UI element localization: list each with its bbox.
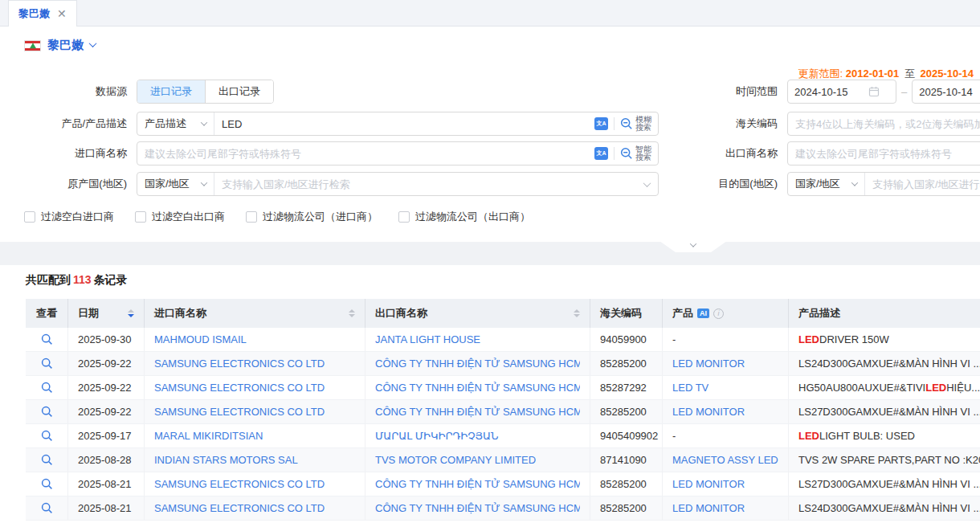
view-magnifier-icon[interactable] [41,333,53,345]
translate-icon[interactable]: 文A [594,117,608,130]
exporter-link[interactable]: ՄԱՐԱԼ ՄԻԿԻՐԴԻՉՅԱՆ [375,430,499,442]
view-magnifier-icon[interactable] [41,358,53,370]
importer-link[interactable]: SAMSUNG ELECTRONICS CO LTD [154,502,325,514]
origin-country-input[interactable] [214,173,644,195]
product-link[interactable]: LED TV [672,382,708,394]
checkbox[interactable] [246,211,257,223]
view-cell[interactable] [26,400,68,423]
view-magnifier-icon[interactable] [41,430,53,442]
translate-icon[interactable]: 文A [594,147,608,160]
chevron-down-icon[interactable] [643,179,651,187]
fuzzy-search-button[interactable]: 模糊搜索 [620,116,651,132]
product-link[interactable]: LED MONITOR [672,478,745,490]
view-cell[interactable] [26,328,68,351]
hs-code-input[interactable] [788,112,980,135]
view-cell[interactable] [26,496,68,520]
divider [614,147,615,160]
exporter-link[interactable]: JANTA LIGHT HOUSE [375,333,480,345]
view-cell[interactable] [26,472,68,496]
view-cell[interactable] [26,424,68,447]
calendar-icon[interactable] [868,86,880,97]
time-range-picker: – [787,80,980,104]
collapse-form-handle[interactable] [656,242,730,252]
col-header-importer[interactable]: 进口商名称 [145,299,365,328]
date-to-input[interactable] [919,86,980,98]
table-header: 查看 日期 进口商名称 出口商名称 海关编码 产品 AI i 产品描述 [26,299,980,328]
importer-link[interactable]: SAMSUNG ELECTRONICS CO LTD [154,382,325,394]
view-magnifier-icon[interactable] [41,406,53,418]
origin-type-select[interactable]: 国家/地区 [137,173,214,195]
info-icon[interactable]: i [713,308,724,319]
close-icon[interactable]: ✕ [57,8,67,19]
product-link[interactable]: LED MONITOR [672,502,745,514]
country-selector[interactable]: 黎巴嫩 [24,38,96,53]
importer-link[interactable]: SAMSUNG ELECTRONICS CO LTD [154,478,325,490]
update-to-date: 2025-10-14 [921,67,974,80]
filter-logistics-exporter[interactable]: 过滤物流公司（出口商） [398,210,530,224]
exporter-link[interactable]: TVS MOTOR COMPANY LIMITED [375,454,536,466]
view-magnifier-icon[interactable] [41,382,53,394]
exporter-link[interactable]: CÔNG TY TNHH ĐIỆN TỬ SAMSUNG HCMC... [375,358,580,370]
record-date: 2025-08-28 [68,448,145,472]
importer-search-input[interactable] [137,142,588,165]
sort-exporter[interactable] [567,309,580,317]
product-search-input[interactable] [214,112,588,135]
results-summary: 共匹配到113条记录 [26,273,128,288]
record-date: 2025-08-21 [68,496,145,520]
importer-link[interactable]: SAMSUNG ELECTRONICS CO LTD [154,358,325,370]
chevron-down-icon [201,179,207,186]
col-header-exporter[interactable]: 出口商名称 [365,299,590,328]
date-from-field[interactable] [787,80,896,104]
date-range-dash: – [901,86,907,98]
product-description: LS24D300GAMXUE#&MÀN HÌNH VI ... [789,496,980,520]
product-link[interactable]: LED MONITOR [672,358,745,370]
export-records-tab[interactable]: 出口记录 [205,80,273,103]
exporter-link[interactable]: CÔNG TY TNHH ĐIỆN TỬ SAMSUNG HCMC... [375,502,580,514]
date-to-field[interactable] [912,80,980,104]
product-description: LS24D300GAMXUE#&MÀN HÌNH VI ... [789,352,980,375]
table-row: 2025-09-30 MAHMOUD ISMAIL JANTA LIGHT HO… [26,328,980,352]
date-from-input[interactable] [794,86,862,98]
hs-code: 85285200 [590,352,663,375]
filter-blank-exporter[interactable]: 过滤空白出口商 [135,210,225,224]
checkbox[interactable] [398,211,410,223]
tab-lebanon[interactable]: 黎巴嫩 ✕ [8,0,77,27]
filter-logistics-importer[interactable]: 过滤物流公司（进口商） [246,210,378,224]
tab-bar: 黎巴嫩 ✕ [0,0,980,27]
exporter-link[interactable]: CÔNG TY TNHH ĐIỆN TỬ SAMSUNG HCMC... [375,382,580,394]
dest-type-select[interactable]: 国家/地区 [788,173,865,195]
hs-code: 85285200 [590,496,663,520]
destination-input[interactable] [865,173,980,195]
import-records-tab[interactable]: 进口记录 [137,80,205,103]
divider [614,117,615,130]
view-magnifier-icon[interactable] [41,478,53,490]
sort-date[interactable] [121,309,134,317]
view-cell[interactable] [26,448,68,472]
importer-link[interactable]: SAMSUNG ELECTRONICS CO LTD [154,406,325,418]
view-magnifier-icon[interactable] [41,454,53,466]
product-type-select[interactable]: 产品描述 [137,112,214,135]
filter-blank-importer[interactable]: 过滤空白进口商 [24,210,114,224]
smart-search-button[interactable]: 智能搜索 [620,145,651,161]
table-row: 2025-09-22 SAMSUNG ELECTRONICS CO LTD CÔ… [26,352,980,376]
sort-importer[interactable] [342,309,355,317]
checkbox[interactable] [24,211,35,223]
importer-link[interactable]: MARAL MIKIRDITSIAN [154,430,263,442]
checkbox[interactable] [135,211,146,223]
product-description: LS27D300GAMXUE#&MÀN HÌNH VI ... [789,400,980,423]
hs-code-field [787,112,980,136]
importer-link[interactable]: MAHMOUD ISMAIL [154,333,247,345]
exporter-link[interactable]: CÔNG TY TNHH ĐIỆN TỬ SAMSUNG HCMC... [375,406,580,418]
filter-checkboxes: 过滤空白进口商 过滤空白出口商 过滤物流公司（进口商） 过滤物流公司（出口商） [24,210,530,224]
exporter-input[interactable] [788,142,980,165]
product-link[interactable]: LED MONITOR [672,406,745,418]
exporter-link[interactable]: CÔNG TY TNHH ĐIỆN TỬ SAMSUNG HCMC... [375,478,580,490]
importer-link[interactable]: INDIAN STARS MOTORS SAL [154,454,298,466]
hs-code: 87141090 [590,448,663,472]
data-source-segmented: 进口记录 出口记录 [137,80,274,104]
col-header-date[interactable]: 日期 [68,299,145,328]
view-magnifier-icon[interactable] [41,502,53,514]
product-link[interactable]: MAGNETO ASSY LED [672,454,778,466]
view-cell[interactable] [26,376,68,399]
view-cell[interactable] [26,352,68,375]
